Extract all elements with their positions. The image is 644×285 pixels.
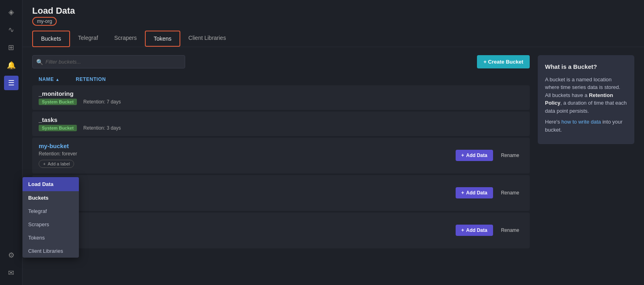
sidebar-icon-dashboards[interactable]: ◈: [4, 5, 19, 19]
sidebar-dropdown-item-client-libraries[interactable]: Client Libraries: [23, 244, 79, 258]
content-main: 🔍 + Create Bucket NAME ▲ RETENTION _moni…: [32, 55, 530, 277]
bucket-name[interactable]: my-bucket: [39, 142, 456, 149]
filter-row: 🔍 + Create Bucket: [32, 55, 530, 68]
sidebar-dropdown-header[interactable]: Load Data: [23, 177, 79, 191]
add-label-text: Add a label: [47, 161, 70, 166]
column-header-name[interactable]: NAME ▲: [39, 76, 60, 82]
plus-icon: +: [43, 161, 45, 166]
sidebar-icon-feedback[interactable]: ✉: [4, 266, 19, 280]
plus-icon: +: [461, 153, 464, 158]
create-bucket-button[interactable]: + Create Bucket: [477, 55, 530, 68]
main-content: Load Data my-org Buckets Telegraf Scrape…: [23, 0, 644, 285]
tab-scrapers[interactable]: Scrapers: [106, 31, 145, 47]
table-row: bucket-2 Retention: forever + Add a labe…: [32, 175, 530, 211]
add-label-row: + Add a label: [39, 160, 456, 168]
sidebar-dropdown-item-scrapers[interactable]: Scrapers: [23, 218, 79, 231]
tab-buckets[interactable]: Buckets: [32, 31, 70, 47]
search-icon: 🔍: [36, 59, 43, 65]
bucket-name: _tasks: [39, 116, 523, 123]
page-title: Load Data: [32, 6, 75, 16]
add-data-label: Add Data: [466, 227, 487, 233]
table-row: _tasks System Bucket Retention: 3 days: [32, 112, 530, 136]
bucket-name[interactable]: bucket-3: [39, 217, 456, 224]
system-badge: System Bucket: [39, 125, 77, 131]
sort-arrow-icon: ▲: [56, 77, 60, 82]
topbar: Load Data my-org: [23, 0, 644, 31]
sidebar-dropdown-item-telegraf[interactable]: Telegraf: [23, 204, 79, 218]
info-card-title: What is a Bucket?: [545, 62, 627, 72]
bucket-actions: + Add Data Rename: [456, 187, 523, 198]
tab-client-libraries[interactable]: Client Libraries: [180, 31, 234, 47]
retention-text: Retention: forever: [39, 151, 77, 157]
add-label-button[interactable]: + Add a label: [39, 160, 74, 168]
system-badge: System Bucket: [39, 99, 77, 105]
side-panel: What is a Bucket? A bucket is a named lo…: [538, 55, 634, 277]
sidebar-icon-explorer[interactable]: ⊞: [4, 40, 19, 55]
content-area: 🔍 + Create Bucket NAME ▲ RETENTION _moni…: [23, 47, 644, 285]
plus-icon: +: [461, 190, 464, 196]
add-data-button[interactable]: + Add Data: [456, 150, 493, 161]
add-label-row: + Add a label: [39, 197, 456, 205]
table-row: _monitoring System Bucket Retention: 7 d…: [32, 85, 530, 110]
bucket-actions: + Add Data Rename: [456, 150, 523, 161]
table-row: bucket-3 Retention: forever + Add a labe…: [32, 213, 530, 248]
sidebar-icon-alerts[interactable]: 🔔: [4, 58, 19, 72]
tab-tokens[interactable]: Tokens: [145, 31, 180, 47]
sidebar-dropdown: Load Data Buckets Telegraf Scrapers Toke…: [23, 177, 79, 258]
info-card-body: A bucket is a named location where time …: [545, 76, 627, 115]
sidebar-icon-load-data[interactable]: ☰: [4, 76, 19, 90]
info-card-bold: Retention Policy: [545, 92, 613, 106]
info-card-link-text: Here's how to write data into your bucke…: [545, 118, 627, 134]
sidebar-icon-settings[interactable]: ⚙: [4, 248, 19, 262]
sidebar-dropdown-item-buckets[interactable]: Buckets: [23, 191, 79, 204]
bucket-info: _monitoring System Bucket Retention: 7 d…: [39, 90, 523, 105]
retention-text: Retention: 7 days: [83, 99, 121, 105]
bucket-info: bucket-2 Retention: forever + Add a labe…: [39, 180, 456, 205]
bucket-meta: Retention: forever: [39, 151, 456, 157]
rename-button[interactable]: Rename: [497, 187, 523, 198]
sidebar-icon-tasks[interactable]: ∿: [4, 23, 19, 37]
tab-telegraf[interactable]: Telegraf: [70, 31, 106, 47]
add-data-label: Add Data: [466, 190, 487, 196]
add-label-row: + Add a label: [39, 235, 456, 243]
add-data-button[interactable]: + Add Data: [456, 225, 493, 236]
add-data-button[interactable]: + Add Data: [456, 187, 493, 198]
how-to-write-data-link[interactable]: how to write data: [561, 119, 601, 125]
table-headers: NAME ▲ RETENTION: [32, 75, 530, 84]
org-badge[interactable]: my-org: [32, 17, 57, 26]
bucket-info: bucket-3 Retention: forever + Add a labe…: [39, 217, 456, 243]
bucket-info: _tasks System Bucket Retention: 3 days: [39, 116, 523, 131]
sidebar: ◈ ∿ ⊞ 🔔 ☰ ⚙ ✉ Load Data Buckets Telegraf…: [0, 0, 23, 285]
filter-input[interactable]: [32, 55, 185, 68]
info-card: What is a Bucket? A bucket is a named lo…: [538, 55, 634, 144]
bucket-actions: + Add Data Rename: [456, 225, 523, 236]
rename-button[interactable]: Rename: [497, 150, 523, 161]
retention-text: Retention: 3 days: [83, 125, 121, 131]
bucket-meta: System Bucket Retention: 7 days: [39, 99, 523, 105]
bucket-name[interactable]: bucket-2: [39, 180, 456, 187]
bucket-info: my-bucket Retention: forever + Add a lab…: [39, 142, 456, 168]
rename-button[interactable]: Rename: [497, 225, 523, 236]
plus-icon: +: [461, 227, 464, 233]
sidebar-dropdown-item-tokens[interactable]: Tokens: [23, 231, 79, 244]
add-data-label: Add Data: [466, 153, 487, 158]
bucket-meta: Retention: forever: [39, 226, 456, 231]
filter-input-wrap: 🔍: [32, 55, 185, 68]
tab-bar: Buckets Telegraf Scrapers Tokens Client …: [23, 31, 644, 47]
column-header-retention[interactable]: RETENTION: [76, 76, 106, 82]
table-row: my-bucket Retention: forever + Add a lab…: [32, 138, 530, 173]
bucket-name: _monitoring: [39, 90, 523, 97]
bucket-meta: Retention: forever: [39, 188, 456, 194]
bucket-meta: System Bucket Retention: 3 days: [39, 125, 523, 131]
